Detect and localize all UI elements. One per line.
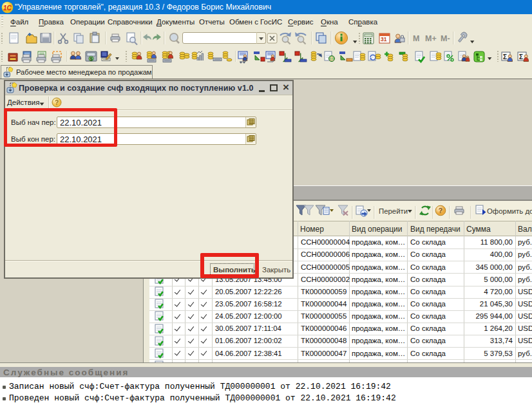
svg-text:M+: M+ bbox=[425, 34, 437, 43]
svg-text:?: ? bbox=[55, 99, 59, 106]
svg-text:31: 31 bbox=[381, 36, 387, 42]
svg-text:Σ: Σ bbox=[503, 53, 507, 61]
svg-text:1С: 1С bbox=[3, 5, 12, 12]
svg-text:M: M bbox=[413, 34, 419, 43]
svg-text:?: ? bbox=[439, 207, 443, 214]
svg-text:Оформить документы: Оформить документы bbox=[487, 207, 532, 215]
svg-text:M-: M- bbox=[441, 34, 450, 43]
svg-text:Перейти: Перейти bbox=[379, 207, 408, 215]
svg-text:Σ: Σ bbox=[519, 53, 523, 61]
